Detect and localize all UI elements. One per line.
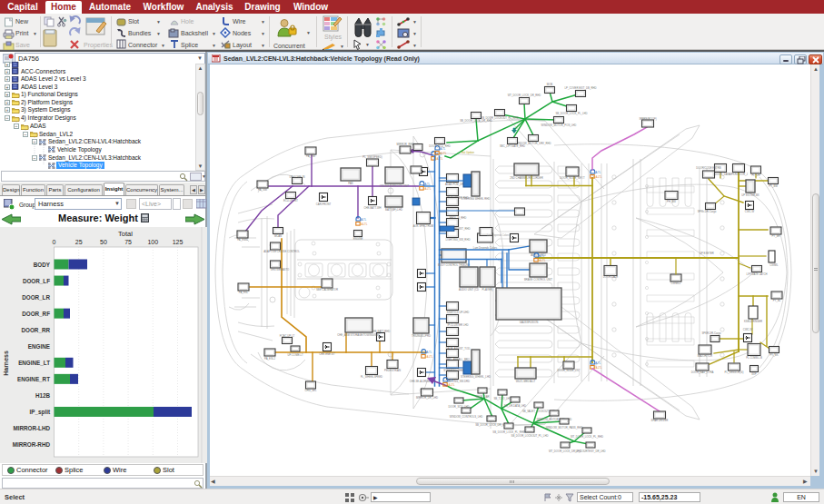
svg-text:AUDIO UNIT (CD: AUDIO UNIT (CD [459,288,479,292]
svg-text:H12B: H12B [35,392,51,399]
svg-text:A-TL: A-TL [425,183,431,186]
svg-text:A-TL: A-TL [540,254,545,258]
svg-text:SBC_LIFTGATE_RHD: SBC_LIFTGATE_RHD [500,144,525,148]
svg-text:A-LTL: A-LTL [427,355,433,359]
svg-text:MIRROR-LHD: MIRROR-LHD [13,425,50,431]
svg-text:ENGINE: ENGINE [28,343,50,350]
svg-text:PL_DR: PL_DR [751,173,759,177]
svg-text:PA_EMI2: PA_EMI2 [237,238,248,242]
svg-text:W02C-MEDIA-LT: W02C-MEDIA-LT [516,380,536,383]
svg-text:SB_DOOR_LOCK_DR_LHD: SB_DOOR_LOCK_DR_LHD [475,423,508,427]
svg-text:0: 0 [53,239,56,245]
svg-text:SPKR/DOOR_J: SPKR/DOOR_J [730,173,748,176]
svg-text:AOK SPECTRUM: AOK SPECTRUM [413,224,434,228]
svg-text:DOOR_ECU_RHD: DOOR_ECU_RHD [429,144,450,148]
svg-text:A-LTL: A-LTL [596,366,602,370]
svg-text:MCAN: MCAN [274,234,282,238]
svg-text:KINETICS UP-UHD: KINETICS UP-UHD [447,311,470,314]
svg-text:BODY CONTROL TRIBUNE: BODY CONTROL TRIBUNE [438,263,470,267]
svg-text:A-LTL: A-LTL [449,383,455,387]
svg-text:DOOR_NAV_CTRA: DOOR_NAV_CTRA [691,371,714,374]
svg-text:WIP: WIP [751,372,756,376]
svg-text:PA_SMI: PA_SMI [258,188,267,192]
svg-text:PL_SMI(SPEED): PL_SMI(SPEED) [362,155,382,159]
svg-text:SB_DOOR_LOCK_PL_LHD: SB_DOOR_LOCK_PL_LHD [556,112,588,115]
svg-text:CHE_ASM STORAGE/TOWING/WBC: CHE_ASM STORAGE/TOWING/WBC [337,333,380,337]
svg-text:KSELDRINGER: KSELDRINGER [744,320,762,323]
svg-text:BODY: BODY [34,262,51,268]
svg-text:A-TL: A-TL [362,218,367,222]
svg-text:SBE CALIBRATOR: SBE CALIBRATOR [316,288,338,292]
svg-text:PAS: PAS [348,182,353,185]
svg-text:MIRROR-RHD: MIRROR-RHD [13,441,51,448]
svg-text:CRE-ENE-GT: CRE-ENE-GT [319,352,335,356]
svg-text:2ND CHANNEL/RECORDER: 2ND CHANNEL/RECORDER [510,176,543,180]
svg-text:PEDESTRIAN: PEDESTRIAN [384,369,401,372]
svg-text:FL_WHEELSPEED: FL_WHEELSPEED [361,375,382,379]
svg-text:MOB: MOB [547,83,553,86]
svg-text:PY_BK: PY_BK [769,353,778,357]
svg-text:DOOR/CODE ESTRB: DOOR/CODE ESTRB [696,166,720,170]
svg-text:Hot Update: Hot Update [462,151,475,154]
svg-text:PLAYER): PLAYER) [482,288,493,292]
svg-text:CHE-SE-A-DRUM: CHE-SE-A-DRUM [410,380,431,383]
svg-text:MAJOR/TCR: MAJOR/TCR [698,354,712,358]
svg-text:100: 100 [147,239,158,245]
svg-text:PY_BL: PY_BL [773,299,781,302]
svg-text:DOOR_RF: DOOR_RF [22,311,50,317]
svg-text:Harness: Harness [3,351,9,376]
svg-text:A-LTL: A-LTL [441,152,447,155]
svg-text:PL_SENSOR(G): PL_SENSOR(G) [725,371,744,374]
svg-text:ADAPTIVE CRUISE CONTROL: ADAPTIVE CRUISE CONTROL [263,250,300,253]
svg-text:SB_T-DO_LHD: SB_T-DO_LHD [493,397,511,400]
svg-text:STEERING WHEEL RHD: STEERING WHEEL RHD [462,197,491,201]
svg-text:ENGINE_LT: ENGINE_LT [18,360,50,366]
svg-text:SRS WEBASTO: SRS WEBASTO [271,268,290,272]
svg-text:A-TL: A-TL [596,171,601,174]
svg-text:25: 25 [75,239,83,245]
svg-text:CAR-FRONT: CAR-FRONT [316,203,332,206]
svg-text:CWC-W: CWC-W [743,328,753,331]
svg-text:DOOR_LR: DOOR_LR [22,294,50,301]
svg-text:WT_DOOR_LOCK_PL_RHD: WT_DOOR_LOCK_PL_RHD [571,435,603,439]
svg-text:IP-CLUSTER LHD: IP-CLUSTER LHD [447,323,468,327]
svg-text:SBOB_DAR: SBOB_DAR [475,395,489,399]
svg-text:UP-COME-LT: UP-COME-LT [287,353,303,357]
svg-text:SB_DOOR_LOCKOUT_PL_RHD: SB_DOOR_LOCKOUT_PL_RHD [481,116,518,120]
svg-text:A-LTL: A-LTL [596,175,602,179]
svg-text:DOOR_NODE_KEY.T: DOOR_NODE_KEY.T [560,176,585,180]
svg-text:ENGINE_RT: ENGINE_RT [17,376,50,382]
svg-text:MIRROR_DR_LHD: MIRROR_DR_LHD [416,396,438,400]
svg-text:50: 50 [100,239,107,245]
svg-text:Total: Total [118,230,133,238]
svg-text:WINDOW_CONTROLS_LHD: WINDOW_CONTROLS_LHD [450,415,483,419]
svg-text:PA_ESL: PA_ESL [239,291,249,294]
svg-text:CWMIL2: CWMIL2 [671,282,681,285]
svg-text:WINDOW_MOTOR_POS_LHD: WINDOW_MOTOR_POS_LHD [541,124,577,127]
svg-text:LIGHTING_SW_RHD: LIGHTING_SW_RHD [446,238,471,242]
svg-text:CHE-BATT-WH: CHE-BATT-WH [363,206,381,210]
svg-text:SPAR DRIVER: SPAR DRIVER [651,419,669,422]
svg-text:DOOR_LF: DOOR_LF [23,278,50,284]
svg-text:A-LTL: A-LTL [540,259,546,262]
svg-text:A-TL: A-TL [427,351,432,354]
svg-text:CWMIL: CWMIL [769,263,779,267]
svg-text:DOOR_NODE_LT/T: DOOR_NODE_LT/T [557,369,580,372]
svg-text:LIFTGATE LATCH: LIFTGATE LATCH [747,272,768,276]
svg-text:CWC-W: CWC-W [745,210,755,213]
svg-text:BRAKE CONTROL UNIT: BRAKE CONTROL UNIT [524,278,552,282]
svg-text:125: 125 [173,239,184,245]
svg-text:MIRROR_RHD: MIRROR_RHD [397,143,414,146]
svg-text:LP_COVER EXIT_DB_RHD: LP_COVER EXIT_DB_RHD [565,86,597,90]
svg-text:SPARE(ROOF): SPARE(ROOF) [639,117,656,121]
svg-text:PY_BM: PY_BM [769,184,778,188]
svg-text:PL.COMB.L.B: PL.COMB.L.B [746,356,762,360]
svg-text:SPKR-DR-Cargo: SPKR-DR-Cargo [701,331,721,335]
svg-text:75: 75 [124,239,132,245]
svg-text:ENGINE: ENGINE [353,237,363,241]
svg-text:UP EXITER-BX: UP EXITER-BX [741,193,759,197]
svg-text:DOOR/DALE: DOOR/DALE [603,275,619,279]
svg-text:IP_split: IP_split [30,409,51,416]
svg-text:ONLINE EXPEDITE UNIT: ONLINE EXPEDITE UNIT [380,184,410,188]
svg-text:ECU-UP-INT: ECU-UP-INT [283,199,298,203]
